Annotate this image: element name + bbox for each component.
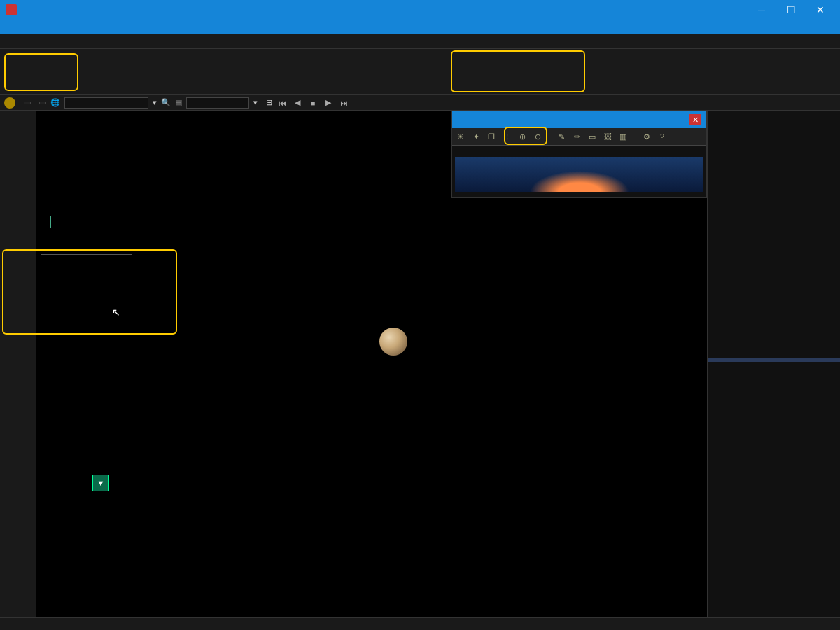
center-minus-icon[interactable]: ⊖ <box>531 130 544 143</box>
list-icon[interactable]: ▤ <box>175 98 182 107</box>
fov-indicator <box>50 216 57 228</box>
stop-button[interactable]: ■ <box>307 97 318 108</box>
cursor-pointer-icon: ↖ <box>112 307 120 318</box>
center-plus-icon[interactable]: ⊕ <box>516 130 528 143</box>
target-dropdown-icon[interactable]: ▾ <box>153 98 157 107</box>
play-marker[interactable]: ▼ <box>92 475 109 491</box>
main-area: ▼ ✕ ☀ ✦ ❐ ⊹ ⊕ ⊖ ✎ ✏ ▭ 🖼 ▥ <box>0 111 840 617</box>
app-icon <box>6 4 17 15</box>
rewind-end-button[interactable]: ⏮ <box>276 97 288 108</box>
star-icon[interactable]: ✦ <box>470 130 482 143</box>
gear-icon[interactable]: ⚙ <box>640 130 653 143</box>
maximize-button[interactable]: ☐ <box>777 1 805 18</box>
below-strip-text <box>452 195 706 197</box>
highlight-planets-section <box>4 53 78 91</box>
frame-id <box>4 97 15 108</box>
projection-context-menu <box>41 254 132 255</box>
center-icon[interactable]: ⊹ <box>500 130 513 143</box>
toolbar <box>0 49 840 95</box>
globe-icon[interactable]: 🌐 <box>50 98 60 107</box>
altitude-strip <box>455 157 704 192</box>
datetime-display[interactable] <box>24 102 31 104</box>
right-side-panel <box>707 111 840 617</box>
wand-icon[interactable]: ✎ <box>555 130 568 143</box>
forward-end-button[interactable]: ⏭ <box>338 97 349 108</box>
info-panel-body <box>452 146 706 154</box>
timebar: 🌐 ▾ 🔍 ▤ ▾ ⊞ ⏮ ◀ ■ ▶ ⏭ <box>0 95 840 111</box>
step-dropdown-icon[interactable]: ▾ <box>253 98 258 107</box>
image-icon[interactable]: 🖼 <box>601 130 614 143</box>
calendar-body <box>708 362 840 617</box>
pencil-icon[interactable]: ✏ <box>570 130 583 143</box>
close-button[interactable]: ✕ <box>806 1 834 18</box>
columns-icon[interactable]: ▥ <box>617 130 629 143</box>
info-panel: ✕ ☀ ✦ ❐ ⊹ ⊕ ⊖ ✎ ✏ ▭ 🖼 ▥ ⚙ ? <box>451 111 707 198</box>
info-panel-toolbar: ☀ ✦ ❐ ⊹ ⊕ ⊖ ✎ ✏ ▭ 🖼 ▥ ⚙ ? <box>452 128 706 146</box>
rewind-button[interactable]: ◀ <box>292 97 303 108</box>
frame-icon[interactable]: ▭ <box>586 130 598 143</box>
window-icon[interactable]: ❐ <box>485 130 498 143</box>
sky-view[interactable]: ▼ ✕ ☀ ✦ ❐ ⊹ ⊕ ⊖ ✎ ✏ ▭ 🖼 ▥ <box>36 111 707 617</box>
step-select[interactable] <box>186 97 249 108</box>
titlebar: ─ ☐ ✕ <box>0 0 840 20</box>
menubar <box>0 20 840 34</box>
info-panel-close-button[interactable]: ✕ <box>690 114 701 125</box>
play-button[interactable]: ▶ <box>323 97 334 108</box>
search-icon[interactable]: 🔍 <box>161 98 171 107</box>
tabbar <box>0 34 840 49</box>
jupiter-planet[interactable] <box>379 328 407 356</box>
left-dock <box>0 111 36 617</box>
step-settings-icon[interactable]: ⊞ <box>266 98 272 107</box>
minimize-button[interactable]: ─ <box>748 1 776 18</box>
location-display[interactable] <box>39 102 46 104</box>
statusbar <box>0 617 840 630</box>
sun-icon[interactable]: ☀ <box>454 130 467 143</box>
target-select[interactable] <box>64 97 148 108</box>
help-icon[interactable]: ? <box>656 130 668 143</box>
highlight-satellites-section <box>451 50 585 92</box>
